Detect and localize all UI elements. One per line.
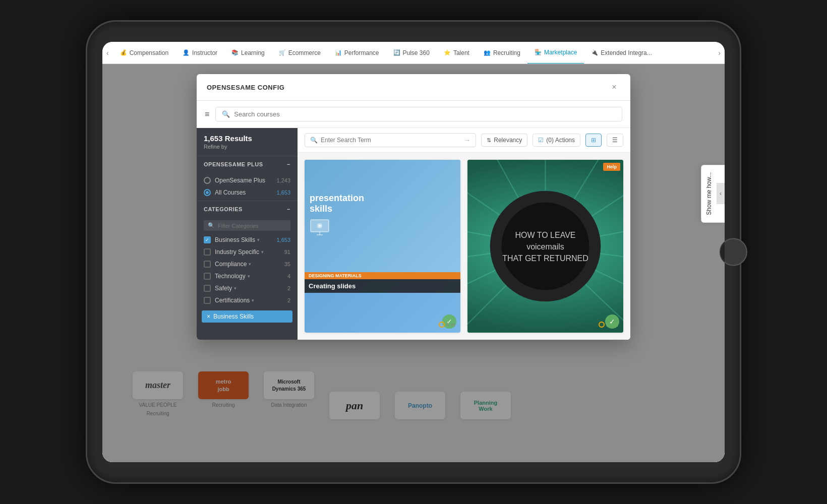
course-grid: presentationskills bbox=[298, 153, 630, 340]
view-list-button[interactable]: ☰ bbox=[607, 134, 623, 147]
cat-count-industry: 91 bbox=[284, 249, 290, 255]
modal-search-container: 🔍 bbox=[215, 107, 622, 121]
show-me-arrow[interactable]: ‹ bbox=[717, 183, 725, 204]
search-term-icon: 🔍 bbox=[310, 137, 318, 144]
categories-collapse-icon: − bbox=[287, 206, 290, 212]
modal-header: OPENSESAME CONFIG × bbox=[197, 74, 630, 101]
tab-performance[interactable]: 📊 Performance bbox=[328, 42, 386, 64]
filter-item-plus[interactable]: OpenSesame Plus 1,243 bbox=[197, 174, 298, 186]
active-tag-remove[interactable]: × bbox=[207, 313, 210, 320]
relevancy-icon: ⇅ bbox=[487, 137, 491, 144]
cat-label-certifications: Certifications bbox=[215, 297, 250, 304]
categories-section-header[interactable]: CATEGORIES − bbox=[197, 201, 298, 217]
cat-checkbox-industry[interactable] bbox=[204, 248, 211, 256]
tab-pulse360[interactable]: 🔄 Pulse 360 bbox=[386, 42, 437, 64]
extended-icon: 🔌 bbox=[591, 49, 598, 56]
cat-count-compliance: 35 bbox=[284, 261, 290, 267]
tab-marketplace[interactable]: 🏪 Marketplace bbox=[527, 42, 584, 64]
cat-item-technology[interactable]: Technology ▾ 4 bbox=[197, 270, 298, 282]
nav-bar: ‹ 💰 Compensation 👤 Instructor 📚 Learning… bbox=[102, 42, 725, 64]
course-card-2[interactable]: HOW TO LEAVE voicemails THAT GET RETURNE… bbox=[467, 160, 623, 333]
opensesame-plus-label: OPENSESAME PLUS bbox=[204, 161, 263, 167]
course-thumbnail-1: presentationskills bbox=[305, 160, 460, 333]
search-arrow-icon[interactable]: → bbox=[463, 136, 470, 144]
modal-overlay: OPENSESAME CONFIG × ≡ 🔍 bbox=[102, 64, 725, 462]
relevancy-label: Relevancy bbox=[494, 137, 522, 144]
show-me-text: Show me how... bbox=[701, 165, 717, 222]
tab-talent[interactable]: ⭐ Talent bbox=[437, 42, 477, 64]
tab-marketplace-label: Marketplace bbox=[544, 49, 577, 56]
course-card-1[interactable]: presentationskills bbox=[305, 160, 460, 333]
opensesame-modal: OPENSESAME CONFIG × ≡ 🔍 bbox=[197, 74, 630, 340]
modal-close-button[interactable]: × bbox=[608, 81, 620, 93]
tab-instructor[interactable]: 👤 Instructor bbox=[175, 42, 224, 64]
cat-count-technology: 4 bbox=[287, 273, 290, 279]
tab-learning[interactable]: 📚 Learning bbox=[224, 42, 272, 64]
cat-chevron-industry: ▾ bbox=[261, 249, 264, 255]
hamburger-icon[interactable]: ≡ bbox=[205, 110, 209, 119]
tab-recruiting[interactable]: 👥 Recruiting bbox=[477, 42, 527, 64]
cat-label-compliance: Compliance bbox=[215, 261, 247, 268]
cat-checkbox-certifications[interactable] bbox=[204, 297, 211, 304]
cat-checkbox-technology[interactable] bbox=[204, 273, 211, 280]
cat-count-safety: 2 bbox=[287, 285, 290, 291]
cat-checkbox-compliance[interactable] bbox=[204, 261, 211, 268]
marketplace-icon: 🏪 bbox=[535, 49, 542, 55]
opensesame-plus-collapse-icon: − bbox=[287, 161, 290, 167]
ecommerce-icon: 🛒 bbox=[279, 49, 286, 56]
nav-prev-arrow[interactable]: ‹ bbox=[102, 49, 113, 57]
active-tag-label: Business Skills bbox=[213, 313, 254, 320]
view-grid-button[interactable]: ⊞ bbox=[585, 134, 602, 147]
actions-checkbox-icon: ☑ bbox=[538, 137, 544, 144]
tab-compensation[interactable]: 💰 Compensation bbox=[113, 42, 175, 64]
show-me-how-tab[interactable]: Show me how... ‹ bbox=[701, 165, 725, 223]
category-search-area: 🔍 bbox=[197, 217, 298, 234]
cat-item-certifications[interactable]: Certifications ▾ 2 bbox=[197, 294, 298, 306]
cat-chevron-safety: ▾ bbox=[234, 286, 237, 291]
cat-item-business[interactable]: ✓ Business Skills ▾ 1,653 bbox=[197, 234, 298, 246]
tab-extended-label: Extended Integra... bbox=[601, 49, 652, 56]
cat-label-industry: Industry Specific bbox=[215, 248, 259, 256]
modal-search-input[interactable] bbox=[234, 110, 616, 118]
cat-chevron-technology: ▾ bbox=[248, 274, 250, 279]
tab-compensation-label: Compensation bbox=[130, 49, 168, 56]
active-tag-business[interactable]: × Business Skills bbox=[202, 310, 292, 323]
svg-text:voicemails: voicemails bbox=[526, 242, 564, 251]
compensation-icon: 💰 bbox=[120, 49, 127, 56]
list-icon: ☰ bbox=[612, 137, 618, 144]
cat-chevron-business: ▾ bbox=[257, 237, 260, 242]
learning-icon: 📚 bbox=[231, 49, 239, 56]
filter-plus-label: OpenSesame Plus bbox=[215, 177, 265, 184]
tab-ecommerce-label: Ecommerce bbox=[288, 49, 321, 56]
bg-content: master VALUE PEOPLE Recruiting metrojobb… bbox=[102, 64, 725, 462]
tab-learning-label: Learning bbox=[241, 49, 265, 56]
cat-item-compliance[interactable]: Compliance ▾ 35 bbox=[197, 258, 298, 270]
designing-label: Designing materials bbox=[305, 272, 460, 279]
tab-ecommerce[interactable]: 🛒 Ecommerce bbox=[272, 42, 328, 64]
cat-checkbox-business[interactable]: ✓ bbox=[204, 236, 211, 243]
radio-all[interactable] bbox=[204, 189, 211, 196]
tab-extended[interactable]: 🔌 Extended Integra... bbox=[584, 42, 659, 64]
cat-count-business: 1,653 bbox=[276, 237, 290, 243]
actions-button[interactable]: ☑ (0) Actions bbox=[533, 134, 580, 147]
opensesame-plus-header[interactable]: OPENSESAME PLUS − bbox=[197, 156, 298, 172]
radio-plus[interactable] bbox=[204, 177, 211, 184]
cat-item-safety[interactable]: Safety ▾ 2 bbox=[197, 282, 298, 294]
tab-pulse360-label: Pulse 360 bbox=[403, 49, 430, 56]
search-term-input[interactable] bbox=[321, 137, 460, 144]
cat-label-safety: Safety bbox=[215, 285, 232, 292]
nav-next-arrow[interactable]: › bbox=[714, 49, 725, 57]
category-filter-input[interactable] bbox=[218, 223, 286, 229]
search-icon: 🔍 bbox=[222, 110, 230, 118]
filter-item-all[interactable]: All Courses 1,653 bbox=[197, 186, 298, 199]
cat-label-business: Business Skills bbox=[215, 236, 255, 243]
relevancy-button[interactable]: ⇅ Relevancy bbox=[481, 134, 527, 147]
cat-chevron-certifications: ▾ bbox=[252, 298, 254, 303]
course-1-duration-value: 6 m bbox=[446, 322, 455, 328]
cat-checkbox-safety[interactable] bbox=[204, 285, 211, 292]
nav-tabs: 💰 Compensation 👤 Instructor 📚 Learning 🛒… bbox=[113, 42, 715, 64]
svg-text:THAT GET RETURNED: THAT GET RETURNED bbox=[502, 254, 588, 263]
cat-item-industry[interactable]: Industry Specific ▾ 91 bbox=[197, 246, 298, 258]
cat-chevron-compliance: ▾ bbox=[249, 262, 251, 267]
filter-all-label: All Courses bbox=[215, 189, 246, 196]
